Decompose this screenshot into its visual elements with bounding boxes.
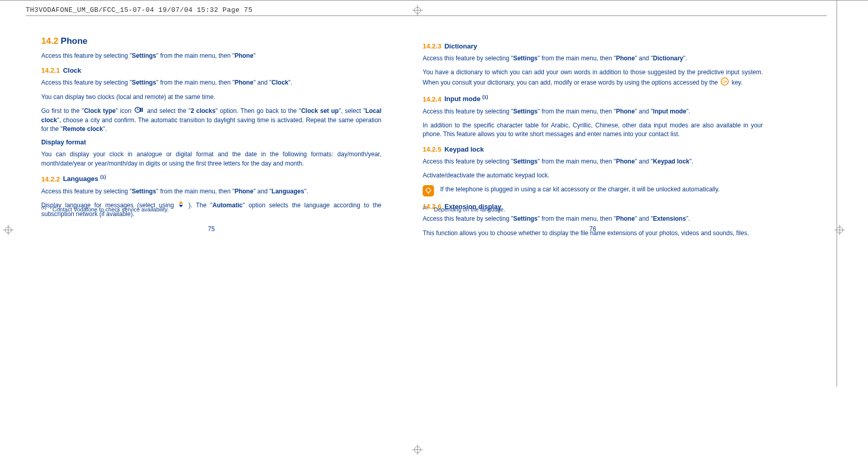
input-mode-desc-paragraph: In addition to the specific character ta… (423, 121, 763, 139)
clock-setup-paragraph: Go first to the "Clock type" icon and se… (41, 107, 381, 134)
input-mode-access-paragraph: Access this feature by selecting "Settin… (423, 107, 763, 116)
subheading-dictionary: 14.2.3Dictionary (423, 42, 763, 50)
keypad-desc-paragraph: Activate/deactivate the automatic keypad… (423, 171, 763, 180)
footnote-right: (1)Depending on the language. (423, 205, 505, 212)
lightbulb-icon (423, 185, 434, 196)
languages-access-paragraph: Access this feature by selecting "Settin… (41, 187, 381, 196)
clock-type-icon (135, 107, 144, 116)
clock-access-paragraph: Access this feature by selecting "Settin… (41, 78, 381, 87)
dictionary-desc-paragraph: You have a dictionary to which you can a… (423, 68, 763, 88)
section-title: Phone (61, 36, 88, 46)
updown-arrow-icon (178, 201, 183, 210)
page-76: 14.2.3Dictionary Access this feature by … (423, 36, 763, 243)
keypad-access-paragraph: Access this feature by selecting "Settin… (423, 157, 763, 166)
subheading-languages: 14.2.2Languages (1) (41, 174, 381, 183)
svg-rect-16 (142, 108, 143, 112)
display-format-heading: Display format (41, 139, 381, 146)
svg-marker-18 (179, 205, 183, 207)
print-header: TH3VODAFONE_UM_GB/FCC_15-07-04 19/07/04 … (26, 4, 827, 15)
right-crop-rule (837, 0, 837, 387)
registration-mark-bottom (412, 445, 423, 455)
registration-mark-left (3, 225, 13, 235)
section-number: 14.2 (41, 36, 58, 46)
intro-paragraph: Access this feature by selecting "Settin… (41, 52, 381, 60)
footnote-left: (1)Contact Vodafone to check service ava… (41, 205, 169, 212)
page-75: 14.2 Phone Access this feature by select… (41, 36, 381, 243)
subheading-keypad-lock: 14.2.5Keypad lock (423, 145, 763, 153)
page-number-left: 75 (41, 225, 381, 233)
subheading-input-mode: 14.2.4Input mode (1) (423, 94, 763, 103)
dictionary-access-paragraph: Access this feature by selecting "Settin… (423, 54, 763, 63)
section-heading: 14.2 Phone (41, 36, 381, 46)
svg-rect-15 (140, 108, 141, 112)
ok-key-icon: OK (721, 77, 729, 88)
clock-two-clocks-paragraph: You can display two clocks (local and re… (41, 93, 381, 102)
tip-text: If the telephone is plugged in using a c… (440, 185, 763, 194)
svg-marker-17 (179, 201, 183, 204)
tip-block: If the telephone is plugged in using a c… (423, 185, 763, 196)
display-format-paragraph: You can display your clock in analogue o… (41, 150, 381, 168)
extension-access-paragraph: Access this feature by selecting "Settin… (423, 215, 763, 223)
registration-mark-right (834, 225, 845, 235)
page-number-right: 76 (423, 225, 763, 233)
svg-point-21 (426, 188, 430, 192)
header-text: TH3VODAFONE_UM_GB/FCC_15-07-04 19/07/04 … (26, 6, 253, 14)
registration-mark-top (412, 5, 423, 15)
subheading-clock: 14.2.1Clock (41, 67, 381, 74)
svg-text:OK: OK (722, 80, 727, 84)
